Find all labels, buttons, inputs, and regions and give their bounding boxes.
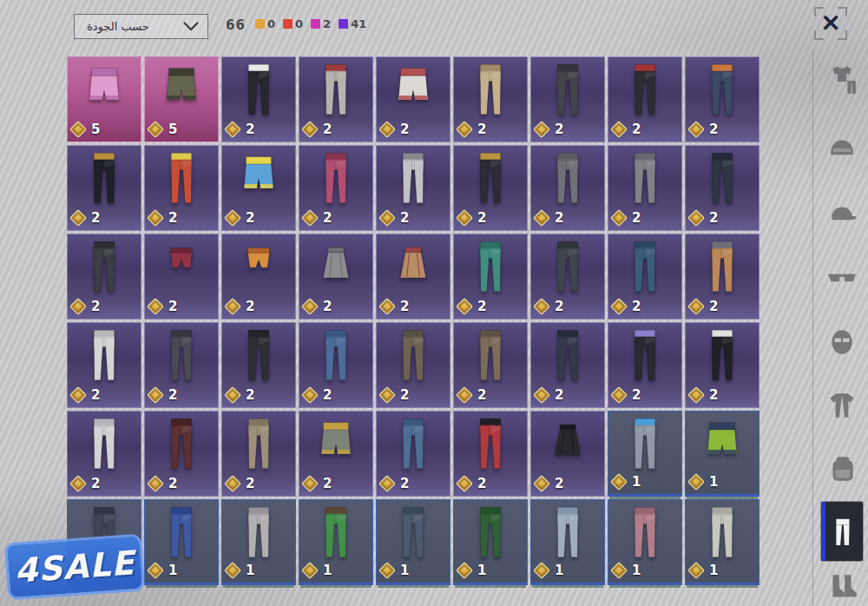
shorts-item-image bbox=[311, 415, 361, 464]
inventory-item-tile[interactable]: 2 bbox=[376, 145, 450, 231]
quality-badge: 2 bbox=[381, 476, 409, 491]
quality-diamond-icon bbox=[147, 298, 164, 315]
inventory-item-tile[interactable]: 2 bbox=[221, 234, 296, 319]
header: حسب الجودة 66 0 0 2 41 ✕ bbox=[0, 0, 868, 50]
quality-badge: 5 bbox=[72, 122, 100, 137]
close-button[interactable]: ✕ bbox=[814, 7, 847, 40]
inventory-item-tile[interactable]: 2 bbox=[608, 145, 682, 231]
sidebar-tab-jacket[interactable] bbox=[823, 387, 861, 425]
sort-by-quality-dropdown[interactable]: حسب الجودة bbox=[74, 14, 208, 39]
inventory-item-tile[interactable]: 1 bbox=[608, 411, 682, 497]
inventory-item-tile[interactable]: 2 bbox=[376, 234, 450, 319]
inventory-item-tile[interactable]: 2 bbox=[67, 411, 141, 497]
quality-legend: 0 0 2 41 bbox=[255, 17, 366, 30]
inventory-item-tile[interactable]: 2 bbox=[530, 56, 605, 142]
item-count: 2 bbox=[477, 299, 486, 314]
inventory-item-tile[interactable]: 2 bbox=[144, 322, 219, 408]
inventory-item-tile[interactable]: 2 bbox=[144, 145, 219, 231]
inventory-item-tile[interactable]: 2 bbox=[608, 322, 682, 408]
quality-badge: 2 bbox=[72, 476, 100, 491]
cap-icon bbox=[825, 198, 858, 231]
quality-diamond-icon bbox=[533, 298, 550, 315]
quality-diamond-icon bbox=[378, 209, 396, 227]
inventory-item-tile[interactable]: 2 bbox=[530, 411, 605, 497]
sidebar-tab-glasses[interactable] bbox=[823, 259, 861, 297]
quality-diamond-icon bbox=[378, 475, 396, 492]
inventory-item-tile[interactable]: 2 bbox=[299, 322, 373, 408]
pink-quality-swatch bbox=[311, 19, 320, 29]
inventory-item-tile[interactable]: 2 bbox=[144, 234, 219, 319]
inventory-item-tile[interactable]: 1 bbox=[685, 411, 760, 497]
inventory-item-tile[interactable]: 2 bbox=[530, 145, 605, 231]
inventory-item-tile[interactable]: 1 bbox=[608, 499, 682, 585]
sidebar-tab-cap[interactable] bbox=[823, 195, 861, 234]
shorts-item-image bbox=[697, 415, 747, 464]
inventory-item-tile[interactable]: 2 bbox=[221, 411, 296, 497]
inventory-item-tile[interactable]: 2 bbox=[221, 145, 296, 231]
inventory-item-tile[interactable]: 1 bbox=[685, 499, 760, 585]
inventory-item-tile[interactable]: 2 bbox=[221, 56, 296, 142]
inventory-item-tile[interactable]: 2 bbox=[685, 234, 760, 319]
inventory-item-tile[interactable]: 2 bbox=[67, 322, 141, 408]
inventory-item-tile[interactable]: 1 bbox=[299, 499, 373, 585]
inventory-item-tile[interactable]: 2 bbox=[376, 56, 450, 142]
inventory-item-tile[interactable]: 2 bbox=[453, 56, 528, 142]
inventory-item-tile[interactable]: 2 bbox=[530, 322, 605, 408]
inventory-item-tile[interactable]: 2 bbox=[299, 56, 373, 142]
pants-icon bbox=[827, 514, 857, 549]
inventory-item-tile[interactable]: 5 bbox=[144, 56, 219, 142]
inventory-item-tile[interactable]: 2 bbox=[453, 411, 528, 497]
shorts-item-image bbox=[79, 61, 129, 109]
inventory-item-tile[interactable]: 2 bbox=[67, 145, 141, 231]
inventory-item-tile[interactable]: 2 bbox=[453, 145, 528, 231]
sidebar-tab-boots[interactable] bbox=[823, 569, 861, 606]
quality-badge: 2 bbox=[381, 299, 409, 314]
inventory-item-tile[interactable]: 2 bbox=[376, 411, 450, 497]
quality-diamond-icon bbox=[456, 475, 473, 492]
sidebar-tab-helmet[interactable] bbox=[823, 130, 861, 168]
inventory-item-tile[interactable]: 2 bbox=[453, 322, 528, 408]
inventory-item-tile[interactable]: 2 bbox=[144, 411, 219, 497]
quality-diamond-icon bbox=[687, 473, 705, 491]
inventory-item-tile[interactable]: 5 bbox=[67, 56, 141, 142]
quality-badge: 2 bbox=[458, 210, 486, 226]
inventory-item-tile[interactable]: 2 bbox=[608, 234, 682, 319]
inventory-item-tile[interactable]: 2 bbox=[685, 56, 760, 142]
item-count: 2 bbox=[246, 476, 254, 491]
quality-diamond-icon bbox=[533, 209, 550, 227]
inventory-item-tile[interactable]: 1 bbox=[376, 499, 450, 585]
inventory-item-tile[interactable]: 2 bbox=[67, 234, 141, 319]
sidebar-tab-mask[interactable] bbox=[823, 324, 861, 362]
inventory-item-tile[interactable]: 1 bbox=[453, 499, 528, 585]
pants-item-image bbox=[697, 149, 747, 207]
inventory-item-tile[interactable]: 2 bbox=[530, 234, 605, 319]
frame-corner bbox=[814, 30, 824, 40]
inventory-item-tile[interactable]: 2 bbox=[685, 322, 760, 408]
sidebar-tab-pants[interactable] bbox=[821, 502, 863, 561]
inventory-item-tile[interactable]: 2 bbox=[221, 322, 296, 408]
inventory-item-tile[interactable]: 1 bbox=[221, 499, 296, 585]
shorts-item-image bbox=[233, 149, 284, 198]
inventory-item-tile[interactable]: 2 bbox=[299, 411, 373, 497]
sidebar-tab-outfit[interactable] bbox=[823, 61, 861, 99]
quality-badge: 2 bbox=[304, 299, 332, 314]
inventory-item-tile[interactable]: 2 bbox=[299, 234, 373, 319]
item-count: 1 bbox=[323, 563, 332, 578]
inventory-item-tile[interactable]: 2 bbox=[376, 322, 450, 408]
inventory-item-tile[interactable]: 2 bbox=[299, 145, 373, 231]
inventory-item-tile[interactable]: 2 bbox=[608, 56, 682, 142]
purple-quality-count: 41 bbox=[351, 17, 366, 30]
briefs-item-image bbox=[158, 238, 205, 280]
quality-diamond-icon bbox=[456, 298, 473, 315]
inventory-item-tile[interactable]: 1 bbox=[530, 499, 605, 585]
inventory-item-tile[interactable]: 1 bbox=[144, 499, 219, 585]
item-count: 2 bbox=[323, 476, 332, 491]
frame-corner bbox=[838, 7, 847, 16]
inventory-item-tile[interactable]: 2 bbox=[453, 234, 528, 319]
quality-diamond-icon bbox=[533, 121, 550, 138]
quality-badge: 2 bbox=[536, 476, 563, 491]
item-count: 2 bbox=[168, 210, 177, 226]
inventory-item-tile[interactable]: 2 bbox=[685, 145, 760, 231]
sidebar-tab-backpack[interactable] bbox=[823, 451, 861, 489]
item-count: 2 bbox=[246, 122, 254, 137]
